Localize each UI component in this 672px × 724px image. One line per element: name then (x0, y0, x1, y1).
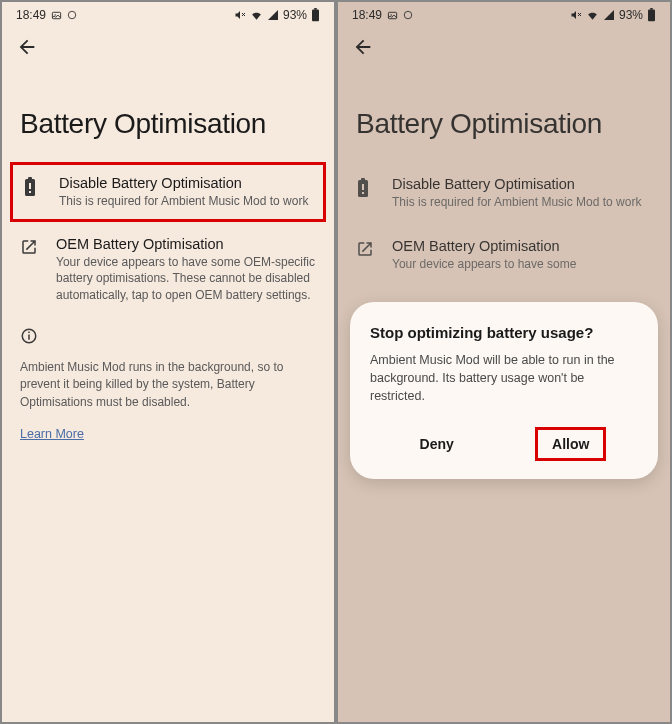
status-wifi-icon (586, 9, 599, 22)
oem-sub-truncated: Your device appears to have some (392, 256, 652, 272)
svg-rect-19 (648, 9, 655, 21)
status-bar: 18:49 93% (2, 2, 334, 28)
disable-battery-optimisation-item[interactable]: Disable Battery Optimisation This is req… (338, 162, 670, 224)
status-notification-icon (67, 10, 77, 20)
status-battery-icon (311, 8, 320, 22)
svg-point-2 (68, 11, 76, 19)
oem-battery-optimisation-item[interactable]: OEM Battery Optimisation Your device app… (338, 224, 670, 286)
svg-rect-6 (314, 8, 317, 10)
oem-battery-optimisation-item[interactable]: OEM Battery Optimisation Your device app… (2, 222, 334, 317)
back-icon[interactable] (16, 36, 320, 58)
svg-rect-13 (28, 331, 30, 333)
status-bar: 18:49 93% (338, 2, 670, 28)
svg-rect-23 (362, 184, 364, 190)
status-picture-icon (51, 10, 62, 21)
status-signal-icon (267, 9, 279, 21)
status-time: 18:49 (16, 8, 46, 22)
disable-battery-optimisation-item[interactable]: Disable Battery Optimisation This is req… (10, 162, 326, 222)
info-icon-row (2, 317, 334, 355)
page-title: Battery Optimisation (2, 62, 334, 162)
open-external-icon (20, 238, 38, 256)
battery-alert-icon (23, 177, 41, 195)
svg-rect-9 (29, 183, 31, 189)
svg-point-16 (404, 11, 412, 19)
oem-title: OEM Battery Optimisation (56, 236, 316, 252)
oem-sub: Your device appears to have some OEM-spe… (56, 254, 316, 303)
status-mute-icon (234, 9, 246, 21)
disable-sub: This is required for Ambient Music Mod t… (59, 193, 313, 209)
phone-screen-right: 18:49 93% B (336, 0, 672, 724)
status-battery-pct: 93% (619, 8, 643, 22)
disable-sub: This is required for Ambient Music Mod t… (392, 194, 652, 210)
phone-screen-left: 18:49 93% B (0, 0, 336, 724)
back-icon[interactable] (352, 36, 656, 58)
battery-alert-icon (356, 178, 374, 196)
page-title: Battery Optimisation (338, 62, 670, 162)
svg-rect-20 (650, 8, 653, 10)
allow-button[interactable]: Allow (552, 436, 589, 452)
svg-rect-0 (52, 12, 60, 18)
status-time: 18:49 (352, 8, 382, 22)
open-external-icon (356, 240, 374, 258)
deny-button[interactable]: Deny (402, 428, 472, 460)
status-signal-icon (603, 9, 615, 21)
battery-dialog: Stop optimizing battery usage? Ambient M… (350, 302, 658, 479)
status-notification-icon (403, 10, 413, 20)
svg-point-1 (54, 14, 55, 15)
status-mute-icon (570, 9, 582, 21)
svg-point-15 (390, 14, 391, 15)
dialog-title: Stop optimizing battery usage? (370, 324, 638, 341)
svg-rect-22 (361, 178, 365, 181)
svg-rect-10 (29, 191, 31, 193)
dialog-text: Ambient Music Mod will be able to run in… (370, 351, 638, 405)
svg-rect-24 (362, 192, 364, 194)
info-icon (20, 327, 316, 345)
status-picture-icon (387, 10, 398, 21)
info-text: Ambient Music Mod runs in the background… (2, 355, 334, 423)
status-battery-icon (647, 8, 656, 22)
status-battery-pct: 93% (283, 8, 307, 22)
svg-rect-5 (312, 9, 319, 21)
svg-rect-12 (28, 334, 30, 339)
allow-button-highlight: Allow (535, 427, 606, 461)
disable-title: Disable Battery Optimisation (59, 175, 313, 191)
oem-title: OEM Battery Optimisation (392, 238, 652, 254)
disable-title: Disable Battery Optimisation (392, 176, 652, 192)
learn-more-link[interactable]: Learn More (2, 423, 102, 445)
svg-rect-8 (28, 177, 32, 180)
status-wifi-icon (250, 9, 263, 22)
svg-rect-14 (388, 12, 396, 18)
